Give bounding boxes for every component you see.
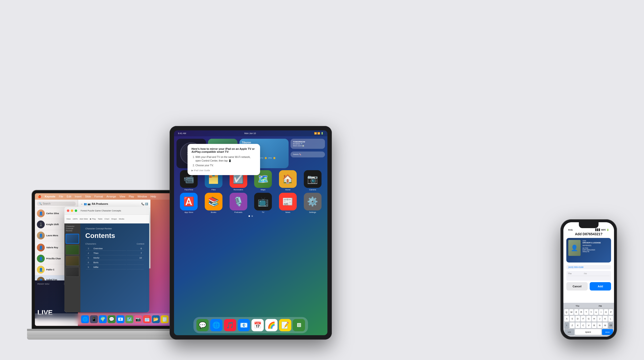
toolbar-view[interactable]: View — [66, 218, 70, 220]
menu-help[interactable]: Help — [150, 195, 156, 198]
app-icon-podcasts[interactable]: 🎙️ — [230, 193, 247, 210]
menu-insert[interactable]: Insert — [75, 195, 82, 198]
key-delete[interactable]: ⌫ — [608, 323, 613, 328]
app-icon-tv[interactable]: 📺 — [254, 193, 272, 210]
dock-icon-photos[interactable]: 🌈 — [265, 319, 278, 331]
key-g[interactable]: G — [586, 316, 591, 322]
key-h[interactable]: H — [592, 316, 596, 322]
key-w[interactable]: W — [569, 309, 574, 315]
key-q[interactable]: Q — [564, 309, 568, 315]
dock-icon-multiwindow[interactable]: ⊞ — [293, 319, 305, 331]
dock-notes[interactable]: 📝 — [279, 319, 291, 331]
app-icon-appstore[interactable]: 🅰️ — [180, 193, 198, 210]
dock-icon-safari[interactable]: 🌐 — [210, 319, 222, 331]
app-news[interactable]: 📰 News — [278, 193, 298, 213]
key-d[interactable]: D — [576, 316, 580, 322]
dock-maps[interactable]: 🗺️ — [125, 315, 133, 323]
dock-icon-calendar[interactable]: 📅 — [252, 319, 264, 331]
app-icon-home[interactable]: 🏠 — [279, 170, 297, 188]
dock-notes[interactable]: 🗒️ — [161, 315, 168, 323]
key-v[interactable]: V — [586, 323, 591, 328]
toolbar-shape[interactable]: Shape — [111, 218, 117, 220]
menu-keynote[interactable]: Keynote — [45, 195, 55, 198]
key-space[interactable]: space — [575, 329, 601, 335]
close-button[interactable] — [67, 209, 69, 212]
menu-format[interactable]: Format — [94, 195, 103, 198]
add-button[interactable]: Add — [590, 282, 611, 291]
slide-thumb-1[interactable] — [66, 234, 79, 244]
toolbar-table[interactable]: Table — [98, 218, 102, 220]
toolbar-chart[interactable]: Chart — [104, 218, 110, 220]
app-icon-settings[interactable]: ⚙️ — [304, 193, 322, 210]
key-r[interactable]: R — [579, 309, 583, 315]
dock-safari[interactable]: 🌍 — [99, 315, 107, 323]
dock-mail[interactable]: 📧 — [238, 319, 250, 331]
menu-slide[interactable]: Slide — [85, 195, 91, 198]
dock-icon-notes[interactable]: 📝 — [279, 319, 291, 331]
app-home[interactable]: 🏠 Home — [278, 170, 298, 191]
slide-thumb-3[interactable] — [66, 256, 79, 266]
key-z[interactable]: Z — [570, 323, 574, 328]
apple-menu[interactable]: 🍎 — [38, 195, 41, 198]
app-icon-books[interactable]: 📚 — [205, 193, 222, 210]
dock-icon-music[interactable]: 🎵 — [224, 319, 236, 331]
toolbar-play[interactable]: ▶ Play — [90, 218, 96, 220]
dock-calendar[interactable]: 🗓️ — [143, 315, 151, 323]
key-n[interactable]: N — [597, 323, 602, 328]
key-shift[interactable]: ⇧ — [564, 323, 569, 328]
dock-icon-mail[interactable]: 📧 — [238, 319, 250, 331]
search-input[interactable]: 🔍 Search — [37, 202, 76, 206]
slide-thumb-4[interactable] — [66, 267, 79, 277]
menu-view[interactable]: View — [120, 195, 125, 198]
key-a[interactable]: A — [564, 316, 569, 322]
app-settings[interactable]: ⚙️ Settings — [303, 193, 322, 213]
minimize-button[interactable] — [71, 209, 73, 212]
key-j[interactable]: J — [597, 316, 602, 322]
dock-finder[interactable]: 🌐 — [81, 315, 89, 323]
key-k[interactable]: K — [603, 316, 608, 322]
dock-mail[interactable]: 📧 — [116, 315, 124, 323]
key-m[interactable]: M — [603, 323, 608, 328]
dock-music[interactable]: 🎵 — [224, 319, 236, 331]
text-input-area[interactable]: The I'm — [566, 271, 611, 281]
dock-icon-messages[interactable]: 💬 — [196, 319, 209, 331]
dock-calendar[interactable]: 📅 — [252, 319, 264, 331]
key-o[interactable]: O — [604, 309, 608, 315]
key-e[interactable]: E — [574, 309, 578, 315]
toolbar-addslide[interactable]: Add Slide — [80, 218, 88, 220]
key-l[interactable]: L — [608, 316, 613, 322]
toolbar-media[interactable]: Media — [119, 218, 124, 220]
key-p[interactable]: P — [609, 309, 613, 315]
key-t[interactable]: T — [584, 309, 588, 315]
app-appstore[interactable]: 🅰️ App Store — [179, 193, 198, 213]
app-tv[interactable]: 📺 TV — [253, 193, 273, 213]
key-i[interactable]: I — [599, 309, 603, 315]
dock-launchpad[interactable]: 📱 — [90, 315, 98, 323]
menu-play[interactable]: Play — [129, 195, 134, 198]
menu-window[interactable]: Window — [138, 195, 147, 198]
slide-thumb-2[interactable] — [66, 245, 79, 255]
toolbar-zoom[interactable]: 100% — [72, 218, 78, 220]
dock-photos[interactable]: 🌈 — [265, 319, 278, 331]
dock-photos[interactable]: 📷 — [134, 315, 142, 323]
key-s[interactable]: S — [570, 316, 574, 322]
key-123[interactable]: 123 — [564, 329, 574, 335]
app-icon-news[interactable]: 📰 — [279, 193, 297, 210]
autocomplete-word-1[interactable]: The — [576, 305, 579, 307]
key-f[interactable]: F — [581, 316, 586, 322]
menu-arrange[interactable]: Arrange — [106, 195, 116, 198]
key-x[interactable]: X — [576, 323, 580, 328]
key-b[interactable]: B — [592, 323, 596, 328]
dock-safari[interactable]: 🌐 — [210, 319, 222, 331]
autocomplete-the[interactable]: The — [568, 272, 572, 275]
app-books[interactable]: 📚 Books — [204, 193, 224, 213]
dock-files[interactable]: 📂 — [152, 315, 160, 323]
autocomplete-im[interactable]: I'm — [584, 272, 587, 275]
app-icon-camera[interactable]: 📷 — [304, 170, 322, 188]
dock-messages[interactable]: 💬 — [196, 319, 209, 331]
cancel-button[interactable]: Cancel — [566, 282, 588, 291]
autocomplete-word-2[interactable]: I'm — [599, 305, 602, 307]
app-camera[interactable]: 📷 Camera — [303, 170, 322, 191]
key-done[interactable]: done — [602, 329, 613, 335]
thread-actions[interactable]: 📞 ℹ️ — [141, 203, 148, 205]
